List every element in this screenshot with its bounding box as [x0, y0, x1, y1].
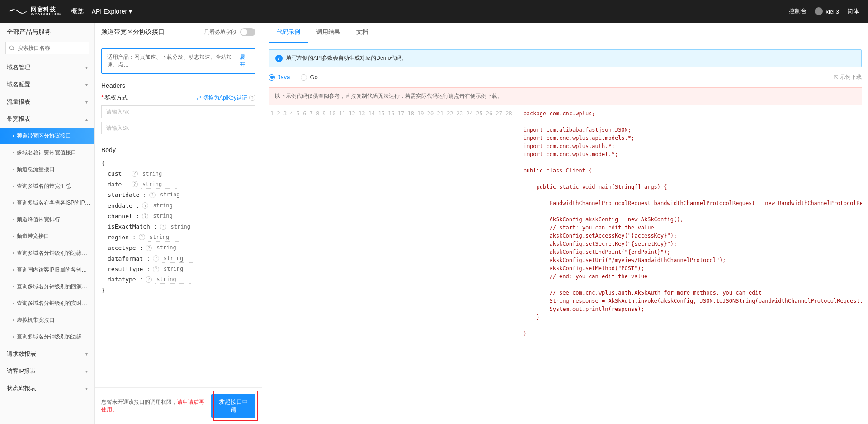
sidebar-item[interactable]: 查询多域名分钟级别的边缘… [0, 329, 94, 345]
help-icon[interactable]: ? [160, 224, 166, 230]
sidebar-group[interactable]: 流量报表▾ [0, 93, 94, 110]
sidebar-item[interactable]: 虚拟机带宽接口 [0, 312, 94, 329]
sidebar-item[interactable]: 查询多域名在各省各ISP的IP… [0, 195, 94, 211]
nav-api-explorer[interactable]: API Explorer▾ [92, 7, 132, 15]
download-icon: ⇱ [834, 74, 838, 81]
body-field-row: datatype :? [101, 274, 255, 285]
tab-result[interactable]: 调用结果 [308, 23, 348, 43]
code-hint: 以下示例代码仅供查阅参考，直接复制代码无法运行，若需实际代码运行请点击右侧示例下… [269, 87, 862, 105]
user-menu[interactable]: xiell3 [815, 7, 839, 15]
sidebar-group[interactable]: 域名管理▾ [0, 59, 94, 76]
field-input[interactable] [169, 223, 205, 231]
help-icon[interactable]: ? [142, 213, 148, 219]
chevron-icon: ▾ [85, 386, 88, 391]
body-field-row: isExactMatch :? [101, 221, 255, 232]
required-only-label: 只看必填字段 [204, 29, 236, 36]
sidebar-item[interactable]: 查询多域名分钟级别的回源… [0, 278, 94, 295]
sidebar-item[interactable]: 查询多域名分钟级别的边缘… [0, 245, 94, 262]
sidebar-item[interactable]: 多域名总计费带宽值接口 [0, 144, 94, 161]
expand-products[interactable]: 展开 [240, 53, 250, 69]
auth-label: *鉴权方式 [101, 94, 128, 102]
help-icon[interactable]: ? [153, 266, 159, 272]
field-input[interactable] [155, 275, 191, 284]
console-link[interactable]: 控制台 [789, 7, 807, 15]
help-icon[interactable]: ? [132, 181, 138, 187]
field-key: accetype : [108, 243, 143, 253]
help-icon[interactable]: ? [142, 202, 148, 209]
nav-overview[interactable]: 概览 [71, 7, 84, 15]
help-icon[interactable]: ? [153, 255, 159, 262]
field-input[interactable] [162, 254, 198, 263]
bullet-icon [13, 135, 14, 137]
bullet-icon [13, 252, 14, 254]
bullet-icon [13, 319, 14, 321]
sidebar: 全部产品与服务 域名管理▾域名配置▾流量报表▾带宽报表▴频道带宽区分协议接口多域… [0, 23, 95, 424]
tab-docs[interactable]: 文档 [348, 23, 376, 43]
params-footer: 您暂未开通该接口的调用权限，请申请后再使用。 发起接口申请 [95, 387, 262, 424]
chevron-icon: ▾ [85, 352, 88, 357]
apply-button[interactable]: 发起接口申请 [211, 394, 255, 418]
tab-code-sample[interactable]: 代码示例 [269, 23, 308, 43]
bullet-icon [13, 336, 14, 338]
lang-java[interactable]: Java [269, 74, 290, 81]
language-switch[interactable]: 简体 [847, 7, 859, 15]
body-field-row: accetype :? [101, 243, 255, 253]
field-key: resultType : [108, 264, 150, 274]
help-icon[interactable]: ? [146, 276, 152, 283]
help-icon[interactable]: ? [146, 245, 152, 251]
output-panel: 代码示例 调用结果 文档 i 填写左侧的API参数会自动生成对应的Demo代码。… [262, 23, 868, 424]
products-box: 适用产品：网页加速、下载分发、动态加速、全站加速、点… 展开 [101, 48, 255, 74]
chevron-icon: ▴ [85, 117, 88, 122]
auth-switch-link[interactable]: ⇄切换为ApiKey认证? [197, 94, 255, 102]
field-input[interactable] [141, 180, 177, 189]
help-icon[interactable]: ? [149, 192, 156, 198]
field-input[interactable] [151, 201, 187, 210]
bullet-icon [13, 186, 14, 187]
help-icon[interactable]: ? [249, 95, 255, 101]
field-key: enddate : [108, 200, 139, 211]
code-content[interactable]: package com.cnc.wplus; import com.alibab… [517, 107, 862, 340]
field-input[interactable] [151, 212, 187, 220]
ak-input[interactable] [101, 105, 255, 118]
avatar-icon [815, 7, 823, 15]
sidebar-item[interactable]: 频道峰值带宽排行 [0, 211, 94, 228]
chevron-icon: ▾ [85, 82, 88, 87]
sidebar-group[interactable]: 带宽报表▴ [0, 110, 94, 128]
field-input[interactable] [155, 243, 191, 252]
field-input[interactable] [141, 170, 177, 178]
body-field-row: enddate :? [101, 200, 255, 211]
sidebar-group[interactable]: 访客IP报表▾ [0, 362, 94, 380]
help-icon[interactable]: ? [132, 171, 138, 177]
body-field-row: resultType :? [101, 264, 255, 274]
bullet-icon [13, 303, 14, 304]
bullet-icon [13, 269, 14, 271]
logo-icon [9, 7, 27, 16]
sidebar-item[interactable]: 查询多域名分钟级别的实时… [0, 295, 94, 312]
sidebar-item[interactable]: 频道带宽区分协议接口 [0, 128, 94, 144]
svg-point-0 [11, 10, 13, 11]
body-json: { cust :?date :?startdate :?enddate :?ch… [101, 158, 255, 295]
sk-input[interactable] [101, 122, 255, 134]
lang-go[interactable]: Go [301, 74, 317, 81]
top-header: 网宿科技WANGSU.COM 概览 API Explorer▾ 控制台 xiel… [0, 0, 868, 23]
field-input[interactable] [158, 191, 194, 199]
sidebar-group[interactable]: 域名配置▾ [0, 76, 94, 93]
params-panel: 频道带宽区分协议接口 只看必填字段 适用产品：网页加速、下载分发、动态加速、全站… [95, 23, 262, 424]
logo[interactable]: 网宿科技WANGSU.COM [9, 6, 62, 16]
download-sample[interactable]: ⇱示例下载 [834, 73, 862, 81]
search-input[interactable] [5, 42, 89, 54]
sidebar-item[interactable]: 频道带宽接口 [0, 228, 94, 245]
sidebar-item[interactable]: 查询国内访客IP归属的各省… [0, 262, 94, 278]
bullet-icon [13, 286, 14, 287]
field-input[interactable] [148, 233, 184, 242]
sidebar-group[interactable]: 请求数报表▾ [0, 345, 94, 362]
body-section-title: Body [101, 146, 255, 153]
sidebar-item[interactable]: 频道总流量接口 [0, 161, 94, 178]
help-icon[interactable]: ? [139, 234, 145, 240]
headers-section-title: Headers [101, 82, 255, 89]
required-only-toggle[interactable] [240, 28, 255, 36]
sidebar-group[interactable]: 状态码报表▾ [0, 380, 94, 397]
field-input[interactable] [162, 265, 198, 273]
sidebar-item[interactable]: 查询多域名的带宽汇总 [0, 178, 94, 195]
body-field-row: region :? [101, 232, 255, 243]
